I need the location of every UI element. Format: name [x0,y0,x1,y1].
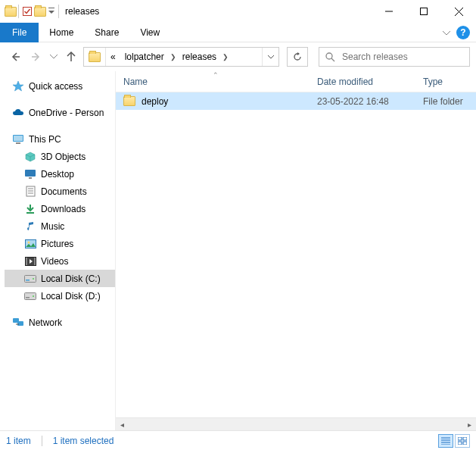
expand-ribbon-button[interactable] [443,27,450,38]
status-selected-count: 1 item selected [53,436,114,446]
tree-label: Music [41,221,64,232]
scroll-left-button[interactable]: ◂ [116,418,129,431]
navigation-bar: « lolpatcher ❯ releases ❯ [0,42,476,71]
breadcrumb-lolpatcher[interactable]: lolpatcher [120,48,169,66]
minimize-button[interactable] [372,0,406,23]
status-item-count: 1 item [6,436,31,446]
tree-music[interactable]: Music [5,217,115,235]
svg-point-31 [33,295,34,297]
tree-videos[interactable]: Videos [5,252,115,270]
recent-locations-button[interactable] [48,48,59,66]
tree-label: Local Disk (C:) [41,273,101,284]
chevron-right-icon[interactable]: ❯ [169,53,178,61]
qat-properties-button[interactable] [20,5,34,18]
file-name: deploy [142,96,168,107]
status-bar: 1 item 1 item selected [0,430,476,450]
window-title: releases [61,6,99,17]
tree-label: Videos [41,256,68,267]
scroll-right-button[interactable]: ▸ [463,418,476,431]
svg-rect-27 [26,280,30,281]
status-divider [42,436,42,446]
sort-indicator-icon: ⌃ [213,71,219,79]
main-area: Quick access OneDrive - Person This PC 3… [0,71,476,430]
tree-quick-access[interactable]: Quick access [5,77,115,95]
svg-rect-13 [16,142,20,144]
tree-local-disk-c[interactable]: Local Disk (C:) [5,270,115,287]
tree-onedrive[interactable]: OneDrive - Person [5,104,115,121]
svg-point-28 [33,278,34,280]
star-icon [12,80,24,92]
home-tab[interactable]: Home [39,23,84,42]
column-type[interactable]: Type [415,77,476,87]
pictures-icon [24,238,36,250]
view-tab[interactable]: View [129,23,170,42]
qat-customize-button[interactable] [46,5,57,18]
column-date[interactable]: Date modified [310,77,415,87]
search-input[interactable] [341,51,465,63]
tree-this-pc[interactable]: This PC [5,130,115,148]
address-folder-icon[interactable] [84,48,106,66]
details-view-button[interactable] [438,434,453,448]
file-row[interactable]: deploy 23-05-2022 16:48 File folder [116,92,476,110]
svg-rect-30 [26,297,30,298]
svg-rect-1 [48,8,54,8]
search-box[interactable] [319,47,470,67]
svg-rect-15 [29,177,32,179]
refresh-button[interactable] [287,47,308,67]
close-button[interactable] [441,0,476,23]
tree-label: Local Disk (D:) [41,291,101,302]
tree-label: Quick access [29,81,82,92]
tree-label: 3D Objects [41,152,86,162]
help-button[interactable]: ? [456,26,470,39]
file-list-pane: ⌃ Name Date modified Type deploy 23-05-2… [115,71,476,430]
file-tab[interactable]: File [0,23,39,42]
desktop-icon [24,168,36,180]
search-icon [324,51,336,63]
file-date: 23-05-2022 16:48 [310,96,415,107]
svg-rect-14 [25,170,36,177]
forward-button[interactable] [27,48,45,66]
chevron-right-icon[interactable]: ❯ [221,53,230,61]
svg-rect-0 [23,8,32,16]
file-rows[interactable]: deploy 23-05-2022 16:48 File folder [116,92,476,417]
thumbnails-view-button[interactable] [455,434,470,448]
svg-rect-12 [14,136,23,141]
tree-3d-objects[interactable]: 3D Objects [5,148,115,165]
tree-desktop[interactable]: Desktop [5,165,115,183]
tree-local-disk-d[interactable]: Local Disk (D:) [5,287,115,305]
back-button[interactable] [6,48,24,66]
folder-icon [123,95,135,108]
address-bar[interactable]: « lolpatcher ❯ releases ❯ [83,47,279,67]
svg-rect-33 [17,321,23,326]
quick-access-toolbar [0,5,61,18]
svg-rect-26 [25,275,36,282]
qat-separator-2 [58,5,59,18]
pc-icon [12,133,24,145]
tree-downloads[interactable]: Downloads [5,200,115,217]
tree-pictures[interactable]: Pictures [5,235,115,252]
tree-label: Pictures [41,239,73,249]
window-controls [372,0,476,23]
drive-icon [24,273,36,285]
address-history-button[interactable] [262,48,278,66]
tree-documents[interactable]: Documents [5,183,115,200]
svg-rect-41 [458,442,462,445]
downloads-icon [24,203,36,215]
drive-icon [24,290,36,302]
cube-icon [24,151,36,163]
share-tab[interactable]: Share [84,23,129,42]
address-overflow[interactable]: « [106,48,120,66]
cloud-icon [12,107,24,119]
app-folder-icon [5,5,17,17]
up-button[interactable] [62,48,80,66]
breadcrumb-releases[interactable]: releases [178,48,221,66]
tree-label: OneDrive - Person [29,108,104,118]
svg-rect-3 [421,8,428,15]
tree-network[interactable]: Network [5,314,115,331]
tree-label: Desktop [41,169,74,180]
qat-folder-button[interactable] [34,5,46,17]
tree-label: Downloads [41,204,86,214]
horizontal-scrollbar[interactable]: ◂ ▸ [116,417,476,430]
navigation-pane[interactable]: Quick access OneDrive - Person This PC 3… [0,71,115,430]
maximize-button[interactable] [406,0,441,23]
